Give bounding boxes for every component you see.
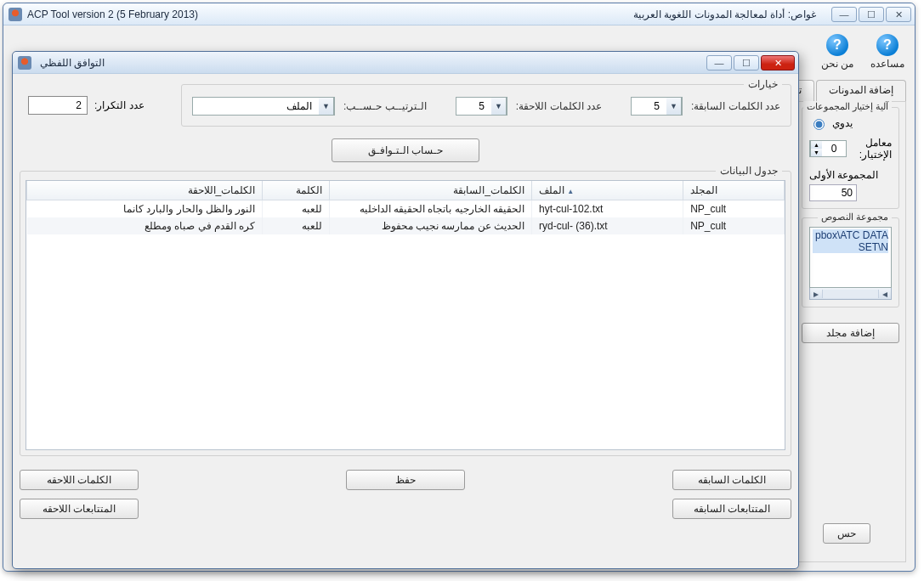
about-icon-block[interactable]: ? من نحن	[821, 34, 853, 70]
sort-label: الـترتيــب حـســب:	[343, 100, 427, 112]
coeff-label: معامل الإختيار:	[850, 137, 892, 161]
right-btn-col: الكلمات السابقه المتتابعات السابقه	[672, 470, 791, 519]
coeff-input[interactable]	[822, 141, 846, 156]
save-button[interactable]: حفظ	[346, 470, 465, 490]
col-prev-words[interactable]: الكلمات_السابقة	[330, 181, 532, 200]
help-icon: ?	[876, 34, 898, 56]
java-icon	[9, 8, 22, 21]
main-window-controls: — ☐ ✕	[831, 7, 911, 22]
about-label: من نحن	[821, 58, 853, 70]
group-select-fieldset: آلية إختيار المجموعات يدوي معامل الإختيا…	[802, 107, 899, 209]
file-listbox[interactable]: pbox\ATC DATA SET\N	[809, 227, 892, 288]
cell-file: hyt-cul-102.txt	[531, 200, 683, 218]
group1-input[interactable]	[809, 184, 857, 201]
chevron-down-icon: ▼	[666, 98, 682, 115]
radio-manual[interactable]	[813, 119, 825, 130]
scroll-left[interactable]: ◂	[879, 288, 891, 300]
options-fieldset: خيارات عدد الكلمات السابقة: ▼ 5 عدد الكل…	[181, 84, 791, 127]
java-icon	[18, 56, 31, 70]
next-words-label: عدد الكلمات اللاحقة:	[516, 100, 602, 112]
sort-combo[interactable]: ▼ الملف	[192, 97, 335, 116]
dialog-body: عدد التكرار: خيارات عدد الكلمات السابقة:…	[20, 76, 791, 561]
text-group-legend: مجموعة النصوص	[818, 212, 892, 223]
text-group-fieldset: مجموعة النصوص pbox\ATC DATA SET\N ◂ ▸	[802, 217, 899, 307]
table-row[interactable]: كره القدم في صباه ومطلعللعبهالحديث عن مم…	[27, 217, 785, 234]
next-words-combo[interactable]: ▼ 5	[456, 97, 507, 116]
sort-asc-icon: ▲	[567, 188, 574, 195]
chevron-down-icon: ▼	[491, 98, 507, 115]
col-file[interactable]: الملف ▲	[531, 181, 683, 200]
coeff-row: معامل الإختيار: ▲▼	[809, 137, 892, 161]
scroll-right[interactable]: ▸	[810, 288, 822, 300]
table-row[interactable]: النور والظل والحار والبارد كانماللعبهالح…	[27, 200, 785, 218]
tab-add-corpora[interactable]: إضافة المدونات	[816, 80, 906, 102]
center-btn-col: حفظ	[346, 470, 465, 490]
col-next-words[interactable]: الكلمات_اللاحقة	[27, 181, 263, 200]
dialog-titlebar[interactable]: التوافق اللفظي — ☐ ✕	[13, 52, 798, 74]
minimize-button[interactable]: —	[831, 7, 857, 22]
dlg-close-button[interactable]: ✕	[761, 55, 795, 71]
cell-next: كره القدم في صباه ومطلع	[27, 217, 263, 234]
file-list-item[interactable]: pbox\ATC DATA SET\N	[813, 229, 888, 253]
help-icon-block[interactable]: ? مساعده	[870, 34, 904, 70]
prev-words-button[interactable]: الكلمات السابقه	[672, 470, 791, 490]
cell-file: ryd-cul- (36).txt	[531, 217, 683, 234]
help-label: مساعده	[870, 58, 904, 70]
freq-label: عدد التكرار:	[94, 99, 145, 111]
listbox-scrollbar[interactable]: ◂ ▸	[809, 288, 892, 300]
data-legend: جدول البيانات	[716, 165, 782, 177]
coeff-down[interactable]: ▼	[810, 149, 822, 156]
maximize-button[interactable]: ☐	[859, 7, 884, 22]
next-words-value: 5	[456, 100, 491, 112]
group1-value-row	[809, 184, 892, 201]
next-words-button[interactable]: الكلمات اللاحقه	[20, 470, 139, 490]
prev-words-label: عدد الكلمات السابقة:	[691, 100, 780, 112]
table-body: النور والظل والحار والبارد كانماللعبهالح…	[27, 200, 785, 235]
col-word[interactable]: الكلمة	[263, 181, 330, 200]
prev-colloc-button[interactable]: المتتابعات السابقه	[672, 499, 791, 519]
add-folder-button[interactable]: إضافة مجلد	[802, 323, 899, 343]
data-fieldset: جدول البيانات الكلمات_اللاحقة الكلمة الك…	[20, 171, 791, 456]
main-title-left: ACP Tool version 2 (5 February 2013)	[27, 8, 198, 20]
about-icon: ?	[826, 34, 848, 56]
next-colloc-button[interactable]: المتتابعات اللاحقه	[20, 499, 139, 519]
bottom-button-row: الكلمات اللاحقه المتتابعات اللاحقه حفظ ا…	[20, 470, 791, 519]
coeff-spinner[interactable]: ▲▼	[809, 140, 847, 157]
data-table-wrap: الكلمات_اللاحقة الكلمة الكلمات_السابقة ا…	[26, 180, 785, 450]
dialog-window-controls: — ☐ ✕	[706, 55, 795, 71]
concordance-dialog: التوافق اللفظي — ☐ ✕ عدد التكرار: خيارات…	[12, 51, 799, 569]
main-titlebar: ACP Tool version 2 (5 February 2013) غوا…	[3, 3, 915, 25]
prev-words-value: 5	[632, 100, 666, 112]
scroll-track[interactable]	[822, 290, 879, 298]
compute-concordance-button[interactable]: حـساب الـتـوافـق	[332, 138, 479, 162]
left-btn-col: الكلمات اللاحقه المتتابعات اللاحقه	[20, 470, 139, 519]
compute-row: حـساب الـتـوافـق	[20, 138, 791, 162]
table-header-row: الكلمات_اللاحقة الكلمة الكلمات_السابقة ا…	[27, 181, 785, 200]
main-title-right: غواص: أداة لمعالجة المدونات اللغوية العر…	[633, 8, 816, 20]
close-button[interactable]: ✕	[886, 7, 911, 22]
sort-value: الملف	[193, 100, 319, 112]
frequency-area: عدد التكرار:	[28, 96, 145, 115]
side-area: آلية إختيار المجموعات يدوي معامل الإختيا…	[802, 107, 899, 343]
coeff-up[interactable]: ▲	[810, 141, 822, 149]
chevron-down-icon: ▼	[319, 98, 334, 115]
data-table: الكلمات_اللاحقة الكلمة الكلمات_السابقة ا…	[26, 181, 785, 234]
group1-label: المجموعة الأولى	[809, 169, 878, 181]
top-icons: ? مساعده ? من نحن	[821, 34, 904, 70]
options-row: عدد الكلمات السابقة: ▼ 5 عدد الكلمات الل…	[192, 97, 780, 116]
options-legend: خيارات	[744, 78, 782, 90]
freq-input[interactable]	[28, 96, 88, 115]
radio-manual-label: يدوي	[832, 117, 853, 129]
dlg-maximize-button[interactable]: ☐	[734, 55, 759, 71]
cell-folder: NP_cult	[683, 200, 785, 218]
cell-prev: الحقيقه الخارجيه باتجاه الحقيقه الداخليه	[330, 200, 532, 218]
dialog-title: التوافق اللفظي	[40, 57, 105, 69]
group1-row: المجموعة الأولى	[809, 169, 892, 181]
col-folder[interactable]: المجلد	[683, 181, 785, 200]
cell-next: النور والظل والحار والبارد كانما	[27, 200, 263, 218]
cell-word: للعبه	[263, 217, 330, 234]
prev-words-combo[interactable]: ▼ 5	[631, 97, 683, 116]
main-compute-button[interactable]: حس	[823, 523, 870, 544]
dlg-minimize-button[interactable]: —	[706, 55, 732, 71]
radio-manual-row: يدوي	[809, 116, 892, 130]
